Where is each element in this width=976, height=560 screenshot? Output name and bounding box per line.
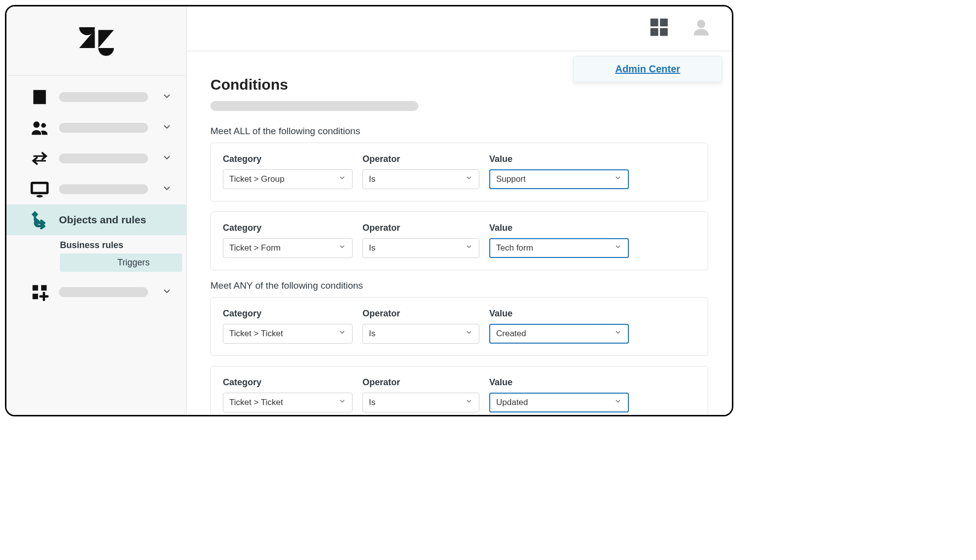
all-conditions-label: Meet ALL of the following conditions: [210, 126, 708, 137]
any-condition-row: CategoryTicket > TicketOperatorIsValueUp…: [210, 366, 708, 415]
svg-rect-12: [660, 19, 668, 27]
value-value: Updated: [496, 398, 528, 407]
zendesk-logo-icon: [79, 26, 114, 56]
svg-rect-10: [33, 294, 38, 299]
svg-point-6: [37, 195, 43, 198]
operator-value: Is: [369, 398, 375, 407]
nav-item-workspaces[interactable]: [6, 174, 186, 204]
value-value: Support: [496, 174, 526, 184]
apps-add-icon: [29, 282, 50, 303]
value-select[interactable]: Support: [489, 169, 629, 189]
operator-label: Operator: [362, 377, 479, 388]
category-select[interactable]: Ticket > Ticket: [223, 393, 353, 412]
svg-rect-14: [660, 28, 668, 36]
svg-rect-5: [32, 183, 48, 193]
building-icon: [29, 87, 50, 107]
operator-select[interactable]: Is: [362, 238, 479, 258]
chevron-down-icon: [338, 397, 346, 407]
chevron-down-icon: [161, 183, 172, 196]
sidebar: Objects and rules Business rules Trigger…: [6, 6, 187, 415]
category-select[interactable]: Ticket > Group: [223, 169, 353, 189]
operator-field: OperatorIs: [362, 223, 479, 258]
operator-field: OperatorIs: [362, 154, 479, 189]
category-label: Category: [223, 154, 353, 164]
chevron-down-icon: [614, 397, 622, 407]
chevron-down-icon: [614, 174, 622, 184]
nav-label-placeholder: [59, 153, 148, 163]
nav-label-placeholder: [59, 287, 148, 297]
chevron-down-icon: [338, 174, 346, 184]
category-select[interactable]: Ticket > Ticket: [223, 324, 353, 344]
svg-marker-1: [98, 30, 114, 48]
all-condition-row: CategoryTicket > GroupOperatorIsValueSup…: [210, 143, 708, 202]
chevron-down-icon: [614, 243, 622, 253]
any-conditions-label: Meet ANY of the following conditions: [210, 280, 708, 291]
profile-icon[interactable]: [691, 17, 711, 39]
all-conditions-list: CategoryTicket > GroupOperatorIsValueSup…: [210, 143, 708, 270]
arrows-icon: [29, 148, 50, 169]
value-select[interactable]: Tech form: [489, 238, 629, 258]
value-select[interactable]: Created: [489, 324, 629, 344]
operator-select[interactable]: Is: [362, 393, 479, 412]
chevron-down-icon: [161, 121, 172, 134]
workflow-icon: [29, 209, 50, 230]
category-value: Ticket > Group: [229, 174, 284, 184]
operator-select[interactable]: Is: [362, 324, 479, 344]
category-field: CategoryTicket > Ticket: [223, 377, 353, 412]
category-value: Ticket > Ticket: [229, 398, 283, 407]
nav-list: Objects and rules Business rules Trigger…: [6, 76, 186, 307]
category-value: Ticket > Form: [229, 243, 281, 253]
value-field: ValueTech form: [489, 223, 629, 258]
svg-rect-8: [33, 285, 38, 291]
content: Conditions Meet ALL of the following con…: [187, 51, 732, 415]
value-value: Created: [496, 329, 526, 339]
value-field: ValueUpdated: [489, 377, 629, 412]
category-label: Category: [223, 223, 353, 233]
chevron-down-icon: [614, 328, 622, 339]
operator-label: Operator: [362, 223, 479, 233]
chevron-down-icon: [161, 152, 172, 165]
admin-center-link[interactable]: Admin Center: [615, 63, 680, 74]
svg-rect-9: [41, 285, 47, 291]
svg-point-15: [697, 20, 706, 28]
value-value: Tech form: [496, 243, 533, 253]
any-condition-row: CategoryTicket > TicketOperatorIsValueCr…: [210, 297, 708, 356]
operator-label: Operator: [362, 308, 479, 319]
apps-grid-icon[interactable]: [649, 17, 669, 40]
any-conditions-list: CategoryTicket > TicketOperatorIsValueCr…: [210, 297, 708, 415]
operator-field: OperatorIs: [362, 308, 479, 344]
nav-label: Objects and rules: [59, 214, 146, 226]
admin-center-popover: Admin Center: [573, 56, 722, 82]
nav-item-people[interactable]: [6, 112, 186, 143]
nav-item-channels[interactable]: [6, 143, 186, 174]
monitor-icon: [29, 179, 50, 200]
category-field: CategoryTicket > Ticket: [223, 308, 353, 344]
chevron-down-icon: [465, 328, 473, 339]
page-subtitle-placeholder: [210, 101, 418, 111]
category-field: CategoryTicket > Group: [223, 154, 353, 189]
chevron-down-icon: [338, 243, 346, 253]
nav-subheading-business-rules[interactable]: Business rules: [6, 236, 186, 254]
value-field: ValueSupport: [489, 154, 629, 189]
chevron-down-icon: [161, 91, 172, 103]
operator-select[interactable]: Is: [362, 169, 479, 189]
all-condition-row: CategoryTicket > FormOperatorIsValueTech…: [210, 211, 708, 270]
main: Admin Center Conditions Meet ALL of the …: [187, 6, 732, 415]
logo: [6, 6, 186, 76]
value-label: Value: [489, 308, 629, 319]
svg-rect-11: [651, 19, 659, 27]
chevron-down-icon: [465, 243, 473, 253]
operator-field: OperatorIs: [362, 377, 479, 412]
nav-subitem-triggers[interactable]: Triggers: [60, 254, 182, 272]
operator-value: Is: [369, 174, 375, 184]
value-select[interactable]: Updated: [489, 393, 629, 412]
nav-label-placeholder: [59, 184, 148, 194]
category-select[interactable]: Ticket > Form: [223, 238, 353, 258]
nav-label-placeholder: [59, 123, 148, 133]
svg-point-3: [33, 121, 40, 128]
nav-submenu: Business rules Triggers: [6, 235, 186, 277]
nav-item-objects-and-rules[interactable]: Objects and rules: [6, 204, 186, 235]
nav-item-account[interactable]: [6, 82, 186, 112]
nav-item-apps[interactable]: [6, 277, 186, 307]
nav-label-placeholder: [59, 92, 148, 102]
